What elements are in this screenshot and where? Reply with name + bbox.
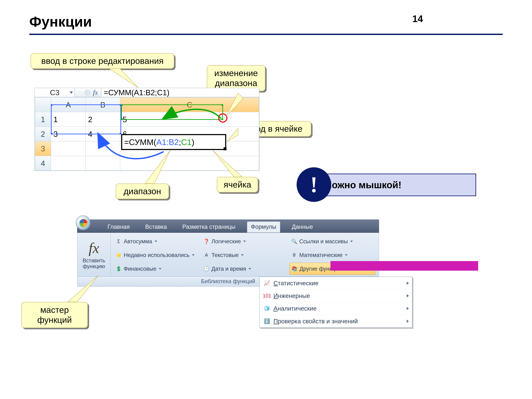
ribbon-tabs: Главная Вставка Разметка страницы Формул… bbox=[77, 219, 379, 233]
tip-badge: ! bbox=[297, 167, 331, 202]
cell-b1[interactable]: 2 bbox=[86, 112, 120, 127]
other-functions-menu: 📈 Статистические 101 Инженерные 🧊 Аналит… bbox=[259, 277, 412, 328]
row-header-3[interactable]: 3 bbox=[35, 141, 51, 156]
other-icon: 📚 bbox=[291, 266, 298, 272]
lookup-icon: 🔍 bbox=[291, 238, 298, 245]
title-rule bbox=[29, 34, 503, 35]
lib-autosum[interactable]: ΣАвтосумма bbox=[114, 235, 200, 247]
active-formula-cell: C1 bbox=[181, 137, 191, 147]
callout-range: диапазон bbox=[116, 184, 169, 199]
name-box[interactable]: C3 bbox=[35, 88, 75, 97]
row-header-4[interactable]: 4 bbox=[35, 156, 51, 171]
cell-b4[interactable] bbox=[86, 156, 120, 171]
select-all-corner[interactable] bbox=[35, 97, 51, 112]
page-title: Функции bbox=[29, 13, 503, 30]
datetime-icon: 🕒 bbox=[203, 266, 210, 272]
active-cell-c3[interactable]: =СУММ(A1:B2;C1) bbox=[121, 134, 226, 150]
financial-icon: 💲 bbox=[115, 266, 122, 272]
fill-handle-icon[interactable] bbox=[224, 147, 227, 150]
name-box-text: C3 bbox=[50, 88, 59, 97]
formula-bar: C3 fx =СУММ(A1:B2;C1) bbox=[35, 88, 259, 97]
lib-recent[interactable]: ⭐Недавно использовались bbox=[114, 249, 200, 261]
fx-oval-icon bbox=[85, 90, 90, 95]
fx-button[interactable]: fx bbox=[75, 88, 101, 97]
menu-information[interactable]: ℹ️ Проверка свойств и значений bbox=[260, 315, 412, 327]
cell-a1[interactable]: 1 bbox=[51, 112, 86, 127]
insert-function-button[interactable]: fx Вставить функцию bbox=[77, 233, 111, 276]
col-header-c[interactable]: C bbox=[120, 97, 259, 112]
menu-analytical[interactable]: 🧊 Аналитические bbox=[260, 302, 412, 315]
cell-c1[interactable]: 5 bbox=[120, 112, 259, 127]
menu-information-u: П bbox=[273, 318, 278, 325]
lib-math-label: Математические bbox=[299, 252, 342, 258]
excel-area: C3 fx =СУММ(A1:B2;C1) A B C 1 1 2 5 bbox=[35, 88, 259, 171]
fx-label: fx bbox=[93, 89, 98, 96]
menu-analytical-rest: налитические bbox=[278, 305, 317, 312]
chevron-down-icon bbox=[192, 254, 195, 256]
active-formula-pre: =СУММ( bbox=[124, 137, 156, 147]
sigma-icon: Σ bbox=[115, 238, 122, 245]
submenu-arrow-icon bbox=[407, 294, 409, 298]
lib-text[interactable]: AТекстовые bbox=[202, 249, 288, 261]
tip-badge-text: ! bbox=[310, 172, 318, 198]
insert-fn-l2: функцию bbox=[83, 263, 105, 269]
cell-a4[interactable] bbox=[51, 156, 86, 171]
callout-range-change-l2: диапазона bbox=[215, 78, 257, 88]
cell-a3[interactable] bbox=[51, 141, 86, 156]
callout-wizard-l1: мастер bbox=[40, 305, 69, 315]
menu-statistical-rest: татистические bbox=[278, 280, 318, 287]
fx-big-icon: fx bbox=[89, 240, 99, 256]
menu-analytical-u: А bbox=[273, 305, 278, 312]
name-box-dropdown-icon[interactable] bbox=[70, 91, 73, 94]
lib-datetime-label: Дата и время bbox=[211, 266, 246, 272]
callout-edit-line: ввод в строке редактирования bbox=[31, 53, 174, 69]
tab-data[interactable]: Данные bbox=[288, 222, 317, 233]
col-header-b[interactable]: B bbox=[86, 97, 120, 112]
lib-financial-label: Финансовые bbox=[124, 266, 156, 272]
submenu-arrow-icon bbox=[407, 282, 409, 285]
callout-range-text: диапазон bbox=[124, 186, 161, 196]
formula-input-text: =СУММ(A1:B2;C1) bbox=[104, 88, 170, 97]
tab-home[interactable]: Главная bbox=[104, 222, 133, 233]
lib-datetime[interactable]: 🕒Дата и время bbox=[202, 263, 288, 275]
row-header-1[interactable]: 1 bbox=[35, 112, 51, 127]
active-formula-range: A1:B2 bbox=[156, 137, 179, 147]
chevron-down-icon bbox=[345, 254, 348, 256]
tab-formulas[interactable]: Формулы bbox=[247, 222, 280, 233]
office-button[interactable] bbox=[76, 215, 90, 230]
tab-layout[interactable]: Разметка страницы bbox=[179, 222, 239, 233]
lib-logical[interactable]: ❓Логические bbox=[202, 235, 288, 247]
cell-c4[interactable] bbox=[120, 156, 259, 171]
red-circle-marker bbox=[218, 113, 228, 123]
lib-financial[interactable]: 💲Финансовые bbox=[114, 263, 200, 275]
menu-statistical[interactable]: 📈 Статистические bbox=[260, 277, 412, 290]
active-formula-sep: ; bbox=[179, 137, 181, 147]
cube-icon: 🧊 bbox=[263, 305, 271, 311]
submenu-arrow-icon bbox=[407, 320, 409, 323]
lib-lookup[interactable]: 🔍Ссылки и массивы bbox=[289, 235, 376, 247]
callout-range-change: изменение диапазона bbox=[207, 65, 265, 91]
chevron-down-icon bbox=[243, 241, 246, 242]
cell-a2[interactable]: 3 bbox=[51, 127, 86, 141]
menu-information-rest: роверка свойств и значений bbox=[278, 318, 358, 325]
lib-logical-label: Логические bbox=[211, 238, 241, 245]
col-header-a[interactable]: A bbox=[51, 97, 86, 112]
lib-lookup-label: Ссылки и массивы bbox=[299, 238, 348, 245]
formula-input[interactable]: =СУММ(A1:B2;C1) bbox=[101, 88, 259, 97]
lib-text-label: Текстовые bbox=[211, 252, 239, 258]
row-header-2[interactable]: 2 bbox=[35, 127, 51, 141]
insert-fn-l1: Вставить bbox=[82, 258, 105, 263]
tab-insert[interactable]: Вставка bbox=[141, 222, 171, 233]
callout-range-change-l1: изменение bbox=[214, 68, 258, 78]
chevron-down-icon bbox=[155, 241, 157, 242]
chevron-down-icon bbox=[159, 268, 161, 270]
lib-math[interactable]: θМатематические bbox=[289, 249, 376, 261]
math-icon: θ bbox=[291, 252, 298, 258]
callout-edit-line-text: ввод в строке редактирования bbox=[41, 56, 164, 66]
cell-b2[interactable]: 4 bbox=[86, 127, 120, 141]
cell-b3[interactable] bbox=[86, 141, 120, 156]
chevron-down-icon bbox=[241, 254, 244, 256]
menu-engineering[interactable]: 101 Инженерные bbox=[260, 290, 412, 302]
logical-icon: ❓ bbox=[203, 238, 210, 245]
tip-box: Можно мышкой! bbox=[310, 174, 476, 196]
